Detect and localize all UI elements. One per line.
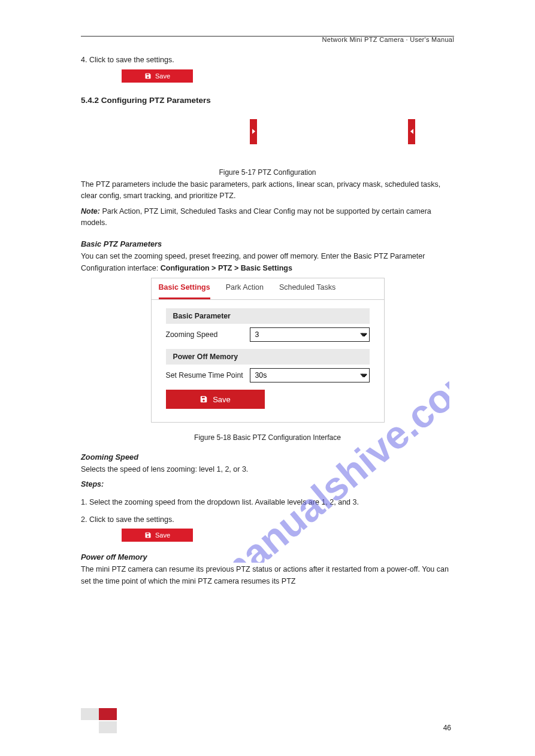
save-label: Save: [155, 72, 170, 80]
collapse-button[interactable]: [408, 119, 415, 144]
power-off-memory-text: The mini PTZ camera can resume its previ…: [81, 564, 454, 587]
resume-time-label: Set Resume Time Point: [166, 371, 250, 379]
section-text: The PTZ parameters include the basic par…: [81, 179, 454, 202]
panel-save-label: Save: [213, 395, 231, 404]
figure-basic-settings-panel: Basic Settings Park Action Scheduled Tas…: [151, 278, 385, 423]
save-button-inline-1[interactable]: Save: [122, 69, 193, 83]
basic-path: Configuration > PTZ > Basic Settings: [161, 264, 292, 272]
tab-scheduled-tasks[interactable]: Scheduled Tasks: [279, 283, 335, 299]
note-label: Note:: [81, 207, 100, 215]
page-thumb-next[interactable]: [99, 721, 117, 733]
group-basic-parameter: Basic Parameter: [166, 308, 370, 324]
page-thumbnails-row2: [99, 721, 117, 733]
step-num: 1.: [81, 498, 87, 506]
step-4-save: 4. Click to save the settings.: [81, 54, 454, 66]
figure-caption-5-18: Figure 5-18 Basic PTZ Configuration Inte…: [81, 433, 454, 442]
basic-ptz-text: You can set the zooming speed, preset fr…: [81, 251, 454, 274]
page-thumbnails: [81, 708, 117, 720]
subsection-power-off-memory: Power off Memory: [81, 552, 454, 561]
zoom-step-1: 1. Select the zooming speed from the dro…: [81, 497, 454, 508]
note-block: Note: Park Action, PTZ Limit, Scheduled …: [81, 206, 454, 229]
tab-basic-settings[interactable]: Basic Settings: [159, 283, 210, 299]
save-button-inline-2[interactable]: Save: [122, 529, 193, 542]
zooming-speed-label: Zooming Speed: [166, 330, 250, 339]
page-thumb-prev[interactable]: [81, 708, 99, 720]
page-thumb-current[interactable]: [99, 708, 117, 720]
save-label: Save: [155, 532, 170, 539]
figure-caption-5-17: Figure 5-17 PTZ Configuration: [81, 168, 454, 177]
zooming-speed-select[interactable]: 3: [250, 327, 370, 342]
page-number: 46: [443, 724, 451, 732]
subsection-basic-ptz: Basic PTZ Parameters: [81, 239, 454, 248]
panel-save-button[interactable]: Save: [166, 390, 265, 409]
page-header: Network Mini PTZ Camera · User's Manual: [322, 36, 454, 43]
section-title-ptz-params: 5.4.2 Configuring PTZ Parameters: [81, 96, 454, 105]
group-power-off-memory: Power Off Memory: [166, 349, 370, 365]
subsection-zooming-speed: Zooming Speed: [81, 453, 454, 462]
steps-label: Steps:: [81, 479, 454, 490]
expand-button[interactable]: [250, 119, 257, 144]
resume-time-select[interactable]: 30s: [250, 368, 370, 382]
tab-park-action[interactable]: Park Action: [226, 283, 264, 299]
zooming-speed-desc: Selects the speed of lens zooming: level…: [81, 464, 454, 475]
note-text: Park Action, PTZ Limit, Scheduled Tasks …: [81, 207, 431, 227]
step-pre: Click: [89, 56, 108, 64]
step-pre: Click: [89, 515, 108, 524]
step-text: Select the zooming speed from the dropdo…: [89, 498, 359, 506]
zoom-step-2: 2. Click to save the settings.: [81, 514, 454, 526]
step-post: to save the settings.: [107, 515, 174, 524]
step-post: to save the settings.: [107, 56, 174, 64]
step-num: 4.: [81, 56, 87, 64]
step-num: 2.: [81, 515, 87, 524]
